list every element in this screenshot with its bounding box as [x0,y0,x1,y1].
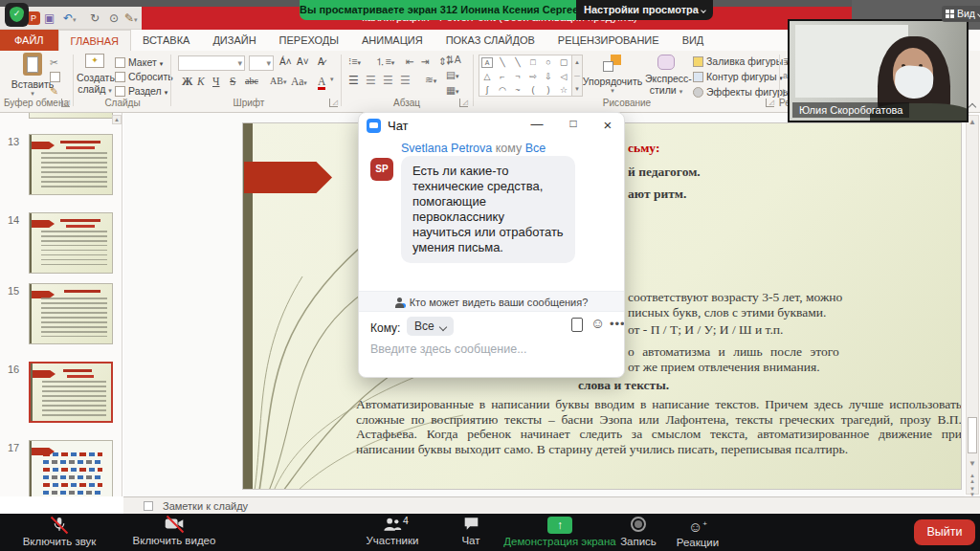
participant-video-tile[interactable]: Юлия Скоробогатова [788,19,969,122]
brace-right-shape-icon[interactable]: ) [541,83,556,97]
align-justify-icon[interactable]: ☰ [400,74,411,87]
shapes-gallery[interactable]: A ╲╲ □○▢ △⌐¬ ⇨⇩◁ ʃ◠~ ()☆ [479,55,572,97]
view-button[interactable]: Вид [942,6,980,22]
arrange-button[interactable]: Упорядочить ▾ [582,55,643,95]
rounded-rect-shape-icon[interactable]: ▢ [556,55,571,70]
thumbnail-slide-15[interactable] [29,283,113,344]
thumbnail-slide-12-partial[interactable] [29,113,113,119]
chat-button[interactable]: Чат [442,517,500,546]
tab-home[interactable]: ГЛАВНАЯ [58,30,131,51]
text-shadow-button[interactable]: abc [245,76,258,86]
chat-close-button[interactable]: × [598,117,617,133]
section-button[interactable]: Раздел ▾ [115,85,167,97]
scroll-down-icon[interactable]: ▼ [967,458,978,470]
layout-button[interactable]: Макет ▾ [115,56,163,68]
rect-shape-icon[interactable]: □ [525,55,541,70]
tab-review[interactable]: РЕЦЕНЗИРОВАНИЕ [546,30,671,51]
bullets-icon[interactable]: ⁝≡▾ [348,55,361,67]
previous-slide-icon[interactable]: ▲▲ [967,473,978,484]
underline-button[interactable]: Ч [212,76,219,87]
align-left-icon[interactable]: ☰ [348,74,359,87]
format-painter-icon[interactable]: ✎ [50,85,58,97]
copy-icon[interactable] [50,71,63,82]
brace-left-shape-icon[interactable]: ( [525,83,541,97]
align-center-icon[interactable]: ☰ [366,74,376,87]
tab-slideshow[interactable]: ПОКАЗ СЛАЙДОВ [434,30,546,51]
new-slide-button[interactable]: ✦ Создать слайд ▾ [77,54,113,95]
arrow-line-shape-icon[interactable]: ╲ [510,55,525,70]
numbering-icon[interactable]: ⒈≡▾ [375,55,394,69]
scrollbar-thumb[interactable] [968,417,977,453]
font-name-combo[interactable]: ▾ [178,55,245,71]
save-icon[interactable]: ▣ [44,11,55,26]
reset-button[interactable]: Сбросить [115,71,173,82]
tab-design[interactable]: ДИЗАЙН [201,30,267,51]
shape-effects-button[interactable]: Эффекты фигуры ▾ [693,86,796,98]
align-right-icon[interactable]: ☰ [383,74,393,87]
tab-transitions[interactable]: ПЕРЕХОДЫ [268,30,350,51]
tab-insert[interactable]: ВСТАВКА [131,30,201,51]
chat-privacy-note[interactable]: Кто может видеть ваши сообщения? [359,291,624,312]
indent-increase-icon[interactable]: ⇥ [421,55,430,67]
strikethrough-button[interactable]: S [230,76,235,87]
char-spacing-button[interactable]: АВ▾ [270,76,286,86]
chat-maximize-button[interactable]: □ [564,117,583,130]
thumbnail-slide-17[interactable] [29,440,113,496]
chat-message-input[interactable] [370,342,610,356]
star-shape-icon[interactable]: ☆ [556,83,571,97]
shrink-font-icon[interactable]: А˅ [297,56,309,67]
bold-button[interactable]: Ж [182,76,192,87]
emoji-icon[interactable]: ☺ [590,315,605,331]
chat-more-icon[interactable]: ••• [610,317,625,331]
thumbs-scroll-up-button[interactable]: ▲ [112,115,122,124]
attach-file-icon[interactable] [571,318,583,332]
start-video-button[interactable]: Включить видео [122,517,227,546]
tab-view[interactable]: ВИД [671,30,716,51]
pen-icon[interactable]: ✎▾ [124,11,138,28]
tab-animation[interactable]: АНИМАЦИЯ [350,30,434,51]
compose-recipient-dropdown[interactable]: Все [407,317,454,336]
chat-sender-name[interactable]: Svetlana Petrova [401,142,492,155]
leave-button[interactable]: Выйти [914,519,975,545]
arc-shape-icon[interactable]: ◠ [495,83,510,97]
editor-vertical-scrollbar[interactable]: ▲ ▼ ▲▲ ▼▼ [966,115,979,495]
curve-shape-icon[interactable]: ~ [510,83,525,97]
notes-bar[interactable]: Заметки к слайду [123,496,980,514]
clipboard-dialog-launcher[interactable]: ◿ [61,99,70,107]
columns-icon[interactable]: ≋▾ [425,74,436,85]
elbow-shape-icon[interactable]: ⌐ [495,70,510,83]
redo-icon[interactable]: ↻ [90,11,100,26]
chat-to-target[interactable]: Все [525,142,546,155]
paragraph-dialog-launcher[interactable]: ◿ [459,99,468,107]
triangle-shape-icon[interactable]: △ [479,70,495,83]
align-text-icon[interactable]: ▤▾ [446,69,458,80]
corner-shape-icon[interactable]: ◁ [556,70,571,83]
shape-outline-button[interactable]: Контур фигуры ▾ [693,71,783,82]
clear-format-icon[interactable]: А̷ [318,56,324,67]
record-button[interactable]: Запись [605,517,672,547]
thumbnail-slide-16-selected[interactable] [29,362,113,423]
reactions-button[interactable]: ☺+ Реакции [664,517,731,548]
line-shape-icon[interactable]: ╲ [495,55,510,70]
shape-fill-button[interactable]: Заливка фигуры ▾ [693,55,790,67]
text-direction-icon[interactable]: ⇅А [446,54,461,65]
font-size-combo[interactable]: ▾ [249,55,274,71]
font-color-button[interactable]: А [318,76,325,90]
view-settings-button[interactable]: Настройки просмотра [576,0,713,20]
thumbnail-slide-14[interactable] [29,212,113,274]
arrow-right-shape-icon[interactable]: ⇨ [525,70,541,83]
slide-arrow-shape[interactable] [244,162,332,193]
chat-minimize-button[interactable]: — [527,117,546,131]
change-case-button[interactable]: Аа▾ [291,76,307,87]
mute-button[interactable]: Включить звук [7,517,112,547]
zoom-meeting-shield[interactable]: ✓ [5,3,29,27]
font-dialog-launcher[interactable]: ◿ [329,99,338,107]
quick-styles-button[interactable]: Экспресс- стили ▾ [645,55,687,96]
thumbnail-slide-13[interactable] [29,134,113,195]
participants-button[interactable]: 4 Участники [340,517,445,546]
touch-mode-icon[interactable]: ⊙ [109,11,119,26]
scribble-shape-icon[interactable]: ʃ [479,83,495,97]
elbow2-shape-icon[interactable]: ¬ [510,70,525,83]
italic-button[interactable]: К [197,76,205,87]
arrow-down-shape-icon[interactable]: ⇩ [541,70,556,83]
